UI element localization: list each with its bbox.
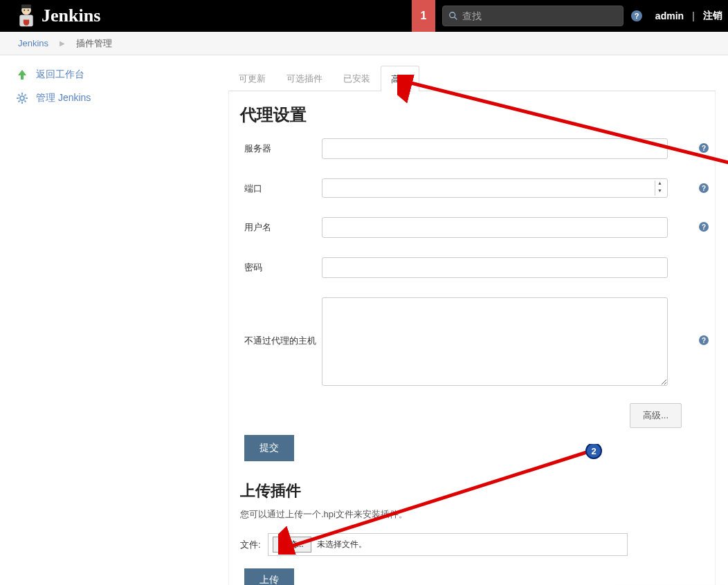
tab-advanced[interactable]: 高级: [381, 66, 419, 91]
password-label: 密码: [239, 257, 322, 274]
svg-point-3: [24, 10, 25, 11]
server-label: 服务器: [239, 138, 322, 155]
help-icon[interactable]: ?: [693, 297, 715, 346]
user-link[interactable]: admin: [655, 10, 684, 21]
brand-text: Jenkins: [42, 6, 100, 26]
svg-line-6: [455, 17, 457, 20]
help-icon[interactable]: ?: [693, 217, 715, 232]
svg-point-4: [28, 10, 29, 11]
noproxy-input[interactable]: [322, 297, 668, 386]
svg-line-14: [19, 95, 20, 96]
breadcrumb-root[interactable]: Jenkins: [18, 38, 48, 48]
search-box[interactable]: [442, 6, 624, 26]
server-input[interactable]: [322, 138, 668, 159]
password-input[interactable]: [322, 257, 668, 278]
svg-text:?: ?: [634, 12, 639, 20]
proxy-title: 代理设置: [240, 104, 715, 126]
up-arrow-icon: [15, 68, 29, 82]
upload-title: 上传插件: [240, 481, 715, 501]
svg-line-17: [25, 95, 26, 96]
submit-button[interactable]: 提交: [244, 435, 294, 461]
svg-text:2: 2: [591, 446, 596, 456]
tab-installed[interactable]: 已安装: [333, 65, 381, 91]
search-icon: [448, 11, 458, 21]
help-icon[interactable]: ?: [693, 138, 715, 154]
chevron-right-icon: ▶: [60, 39, 65, 47]
svg-point-30: [586, 444, 601, 458]
breadcrumb: Jenkins ▶ 插件管理: [0, 32, 728, 55]
top-bar: Jenkins 1 ? admin | 注销: [0, 0, 728, 32]
advanced-button[interactable]: 高级...: [630, 403, 682, 428]
sidebar-item-back[interactable]: 返回工作台: [15, 68, 221, 82]
main-content: 可更新 可选插件 已安装 高级 1 代理设置 服务器 ? 端口 ▲▼: [221, 55, 728, 585]
svg-point-9: [20, 96, 24, 100]
jenkins-icon: [17, 3, 36, 28]
svg-rect-1: [21, 4, 31, 8]
sidebar: 返回工作台 管理 Jenkins: [0, 55, 221, 585]
port-input[interactable]: ▲▼: [322, 178, 668, 198]
user-links: admin | 注销: [655, 10, 722, 22]
chevron-down-icon[interactable]: ▼: [655, 188, 664, 196]
tabs: 可更新 可选插件 已安装 高级: [228, 65, 716, 91]
breadcrumb-page: 插件管理: [76, 37, 112, 50]
svg-text:?: ?: [702, 337, 706, 344]
upload-hint: 您可以通过上传一个.hpi文件来安装插件。: [240, 508, 715, 521]
svg-text:?: ?: [702, 223, 706, 231]
no-file-text: 未选择文件。: [317, 539, 367, 550]
help-icon[interactable]: ?: [630, 10, 643, 22]
brand[interactable]: Jenkins: [17, 3, 100, 28]
upload-button[interactable]: 上传: [244, 568, 294, 585]
svg-text:?: ?: [702, 145, 706, 152]
search-input[interactable]: [462, 10, 617, 21]
username-input[interactable]: [322, 217, 668, 238]
sidebar-item-manage[interactable]: 管理 Jenkins: [15, 91, 221, 105]
logout-link[interactable]: 注销: [703, 10, 722, 22]
sidebar-item-label: 返回工作台: [36, 68, 84, 81]
notification-badge[interactable]: 1: [412, 0, 435, 32]
chevron-up-icon[interactable]: ▲: [655, 180, 664, 188]
port-label: 端口: [239, 178, 322, 195]
svg-line-16: [19, 101, 20, 102]
file-label: 文件:: [240, 539, 261, 551]
tab-updatable[interactable]: 可更新: [228, 65, 276, 91]
sidebar-item-label: 管理 Jenkins: [36, 92, 91, 104]
number-spinner[interactable]: ▲▼: [655, 180, 664, 196]
file-input-box[interactable]: 浏览... 未选择文件。: [268, 533, 628, 556]
tab-available[interactable]: 可选插件: [276, 65, 333, 91]
svg-line-15: [25, 101, 26, 102]
browse-button[interactable]: 浏览...: [273, 537, 311, 552]
gear-icon: [15, 91, 29, 105]
help-icon[interactable]: ?: [693, 178, 715, 194]
svg-text:?: ?: [702, 185, 706, 192]
separator: |: [692, 10, 695, 21]
noproxy-label: 不通过代理的主机: [239, 297, 322, 347]
username-label: 用户名: [239, 217, 322, 234]
svg-point-5: [450, 12, 455, 18]
